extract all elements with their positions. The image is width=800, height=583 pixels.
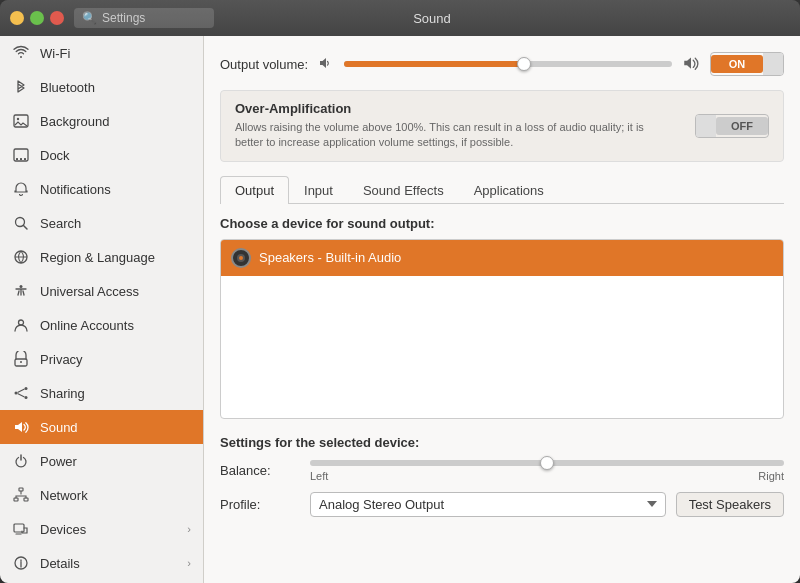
sound-icon [12, 418, 30, 436]
profile-label: Profile: [220, 497, 300, 512]
test-speakers-button[interactable]: Test Speakers [676, 492, 784, 517]
sidebar-item-label: Background [40, 114, 191, 129]
sidebar-item-label: Sharing [40, 386, 191, 401]
device-name: Speakers - Built-in Audio [259, 250, 401, 265]
over-amp-toggle-track[interactable] [696, 115, 716, 137]
sidebar-item-label: Notifications [40, 182, 191, 197]
sidebar-item-sharing[interactable]: Sharing [0, 376, 203, 410]
profile-select[interactable]: Analog Stereo Output Analog Stereo Input… [310, 492, 666, 517]
universal-access-icon [12, 282, 30, 300]
power-icon [12, 452, 30, 470]
sidebar-item-label: Region & Language [40, 250, 191, 265]
sidebar-item-network[interactable]: Network [0, 478, 203, 512]
tab-applications[interactable]: Applications [459, 176, 559, 204]
devices-arrow: › [187, 523, 191, 535]
balance-track [310, 460, 784, 466]
balance-left-label: Left [310, 470, 328, 482]
sidebar-item-label: Network [40, 488, 191, 503]
search-icon: 🔍 [82, 11, 97, 25]
sound-tabs: Output Input Sound Effects Applications [220, 176, 784, 204]
over-amp-title: Over-Amplification [235, 101, 655, 116]
device-icon-speakers [231, 248, 251, 268]
sidebar: Wi-Fi Bluetooth [0, 36, 204, 583]
wifi-icon [12, 44, 30, 62]
sidebar-item-universal-access[interactable]: Universal Access [0, 274, 203, 308]
sidebar-item-power[interactable]: Power [0, 444, 203, 478]
svg-point-9 [19, 320, 24, 325]
sidebar-item-label: Details [40, 556, 177, 571]
sidebar-item-search[interactable]: Search [0, 206, 203, 240]
devices-icon [12, 520, 30, 538]
balance-thumb [540, 456, 554, 470]
online-accounts-icon [12, 316, 30, 334]
sidebar-item-wifi[interactable]: Wi-Fi [0, 36, 203, 70]
volume-toggle-track[interactable] [763, 53, 783, 75]
balance-labels: Left Right [310, 470, 784, 482]
svg-point-11 [20, 361, 22, 363]
sidebar-item-label: Sound [40, 420, 191, 435]
titlebar: 🔍 Settings Sound [0, 0, 800, 36]
minimize-button[interactable] [10, 11, 24, 25]
volume-toggle-on[interactable]: ON [711, 55, 763, 73]
sidebar-item-label: Wi-Fi [40, 46, 191, 61]
device-section-title: Choose a device for sound output: [220, 216, 784, 231]
tab-sound-effects[interactable]: Sound Effects [348, 176, 459, 204]
settings-window: 🔍 Settings Sound Wi-Fi [0, 0, 800, 583]
close-button[interactable] [50, 11, 64, 25]
device-list: Speakers - Built-in Audio [220, 239, 784, 419]
device-section: Choose a device for sound output: Speake… [220, 216, 784, 435]
sidebar-item-label: Dock [40, 148, 191, 163]
titlebar-search-label: Settings [102, 11, 145, 25]
svg-rect-3 [16, 158, 18, 160]
sidebar-item-notifications[interactable]: Notifications [0, 172, 203, 206]
maximize-button[interactable] [30, 11, 44, 25]
network-icon [12, 486, 30, 504]
svg-point-1 [17, 118, 19, 120]
titlebar-search[interactable]: 🔍 Settings [74, 8, 214, 28]
volume-high-icon [682, 54, 700, 75]
device-item-speakers[interactable]: Speakers - Built-in Audio [221, 240, 783, 276]
sidebar-item-devices[interactable]: Devices › [0, 512, 203, 546]
sidebar-item-dock[interactable]: Dock [0, 138, 203, 172]
over-amp-text: Over-Amplification Allows raising the vo… [235, 101, 655, 151]
sidebar-item-bluetooth[interactable]: Bluetooth [0, 70, 203, 104]
balance-label: Balance: [220, 463, 300, 478]
over-amp-desc: Allows raising the volume above 100%. Th… [235, 120, 655, 151]
tab-output[interactable]: Output [220, 176, 289, 204]
sidebar-item-label: Online Accounts [40, 318, 191, 333]
search-icon [12, 214, 30, 232]
volume-slider[interactable] [344, 61, 672, 67]
sidebar-item-privacy[interactable]: Privacy [0, 342, 203, 376]
svg-point-8 [20, 285, 23, 288]
window-title: Sound [214, 11, 650, 26]
over-amp-toggle[interactable]: OFF [695, 114, 769, 138]
balance-slider[interactable]: Left Right [310, 460, 784, 482]
main-layout: Wi-Fi Bluetooth [0, 36, 800, 583]
settings-section-title: Settings for the selected device: [220, 435, 784, 450]
sidebar-item-online-accounts[interactable]: Online Accounts [0, 308, 203, 342]
sidebar-item-label: Devices [40, 522, 177, 537]
sidebar-item-label: Privacy [40, 352, 191, 367]
region-icon [12, 248, 30, 266]
sidebar-item-label: Universal Access [40, 284, 191, 299]
tab-input[interactable]: Input [289, 176, 348, 204]
settings-section: Settings for the selected device: Balanc… [220, 435, 784, 527]
volume-row: Output volume: [220, 52, 784, 76]
notifications-icon [12, 180, 30, 198]
over-amp-toggle-off[interactable]: OFF [716, 117, 768, 135]
sidebar-item-background[interactable]: Background [0, 104, 203, 138]
profile-row: Profile: Analog Stereo Output Analog Ste… [220, 492, 784, 517]
sidebar-item-label: Power [40, 454, 191, 469]
volume-toggle[interactable]: ON [710, 52, 784, 76]
sidebar-item-label: Bluetooth [40, 80, 191, 95]
sidebar-item-sound[interactable]: Sound [0, 410, 203, 444]
details-icon [12, 554, 30, 572]
sidebar-item-region[interactable]: Region & Language [0, 240, 203, 274]
sidebar-item-label: Search [40, 216, 191, 231]
window-controls [10, 11, 64, 25]
svg-rect-5 [24, 158, 26, 160]
svg-point-12 [25, 387, 28, 390]
balance-right-label: Right [758, 470, 784, 482]
balance-row: Balance: Left Right [220, 460, 784, 482]
sidebar-item-details[interactable]: Details › [0, 546, 203, 580]
